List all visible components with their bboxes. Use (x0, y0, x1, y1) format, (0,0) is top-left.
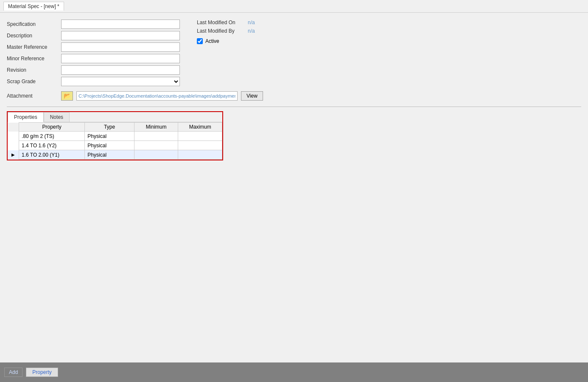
maximum-cell (178, 132, 222, 141)
property-cell: .80 g/m 2 (TS) (19, 132, 85, 141)
folder-icon: 📂 (64, 93, 71, 99)
minimum-col-header: Minimum (134, 123, 178, 132)
minor-reference-input[interactable] (61, 54, 180, 63)
master-reference-label: Master Reference (7, 44, 58, 50)
revision-row: Revision (7, 65, 180, 75)
properties-table: Property Type Minimum Maximum .80 g/m 2 … (8, 122, 222, 160)
attachment-label: Attachment (7, 93, 58, 99)
active-checkbox[interactable] (197, 38, 203, 44)
type-col-header: Type (85, 123, 134, 132)
main-tab[interactable]: Material Spec - [new] * (3, 2, 64, 11)
scrap-grade-label: Scrap Grade (7, 79, 58, 84)
revision-label: Revision (7, 67, 58, 73)
description-label: Description (7, 33, 58, 39)
master-reference-input[interactable] (61, 42, 180, 52)
minor-reference-label: Minor Reference (7, 56, 58, 62)
last-modified-by-value: n/a (248, 28, 255, 34)
attachment-path-input[interactable] (76, 91, 238, 101)
property-cell: 1.4 TO 1.6 (Y2) (19, 141, 85, 150)
row-arrow-cell (8, 141, 19, 150)
tab-properties[interactable]: Properties (8, 112, 44, 122)
minimum-cell (134, 150, 178, 160)
type-cell: Physical (85, 150, 134, 160)
minimum-cell (134, 141, 178, 150)
property-cell: 1.6 TO 2.00 (Y1) (19, 150, 85, 160)
minimum-cell (134, 132, 178, 141)
table-row[interactable]: ▶1.6 TO 2.00 (Y1)Physical (8, 150, 222, 160)
table-row[interactable]: 1.4 TO 1.6 (Y2)Physical (8, 141, 222, 150)
active-label: Active (205, 38, 219, 44)
type-cell: Physical (85, 141, 134, 150)
revision-input[interactable] (61, 65, 180, 75)
maximum-cell (178, 141, 222, 150)
add-button[interactable]: Add (4, 368, 22, 377)
active-row: Active (197, 38, 255, 44)
row-arrow-cell (8, 132, 19, 141)
property-col-header: Property (19, 123, 85, 132)
scrap-grade-select[interactable] (61, 77, 180, 86)
minor-reference-row: Minor Reference (7, 54, 180, 63)
attachment-row: Attachment 📂 View (7, 91, 581, 101)
view-button[interactable]: View (241, 91, 263, 101)
maximum-cell (178, 150, 222, 160)
description-input[interactable] (61, 31, 180, 40)
attachment-browse-button[interactable]: 📂 (61, 91, 73, 101)
last-modified-on-value: n/a (248, 20, 255, 25)
last-modified-by-label: Last Modified By (197, 28, 244, 34)
specification-input[interactable] (61, 20, 180, 29)
form-area: Specification Description Master Referen… (7, 20, 581, 86)
last-modified-on-row: Last Modified On n/a (197, 20, 255, 25)
tabs-panel: Properties Notes Property Type Minimum M… (7, 111, 223, 160)
property-button[interactable]: Property (26, 368, 58, 377)
tab-notes[interactable]: Notes (44, 112, 70, 122)
form-left: Specification Description Master Referen… (7, 20, 180, 86)
arrow-col-header (8, 123, 19, 132)
maximum-col-header: Maximum (178, 123, 222, 132)
last-modified-by-row: Last Modified By n/a (197, 28, 255, 34)
title-bar: Material Spec - [new] * (0, 0, 588, 13)
type-cell: Physical (85, 132, 134, 141)
specification-label: Specification (7, 21, 58, 27)
table-row[interactable]: .80 g/m 2 (TS)Physical (8, 132, 222, 141)
last-modified-on-label: Last Modified On (197, 20, 244, 25)
scrap-grade-row: Scrap Grade (7, 77, 180, 86)
bottom-bar: Add Property (0, 362, 588, 382)
tabs-header: Properties Notes (8, 112, 222, 122)
divider (7, 107, 581, 107)
main-content: Specification Description Master Referen… (0, 13, 588, 362)
specification-row: Specification (7, 20, 180, 29)
master-reference-row: Master Reference (7, 42, 180, 52)
row-arrow-cell: ▶ (8, 150, 19, 160)
description-row: Description (7, 31, 180, 40)
form-right: Last Modified On n/a Last Modified By n/… (197, 20, 255, 86)
